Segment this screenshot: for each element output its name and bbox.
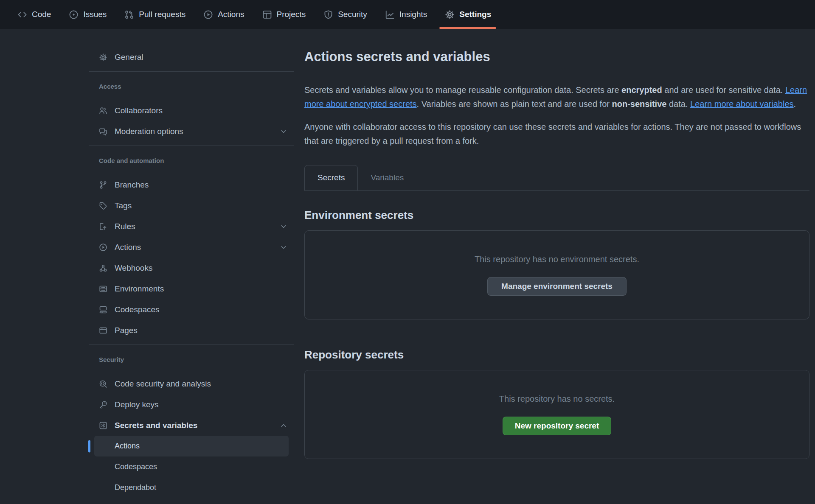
sidebar-item-label: Actions: [115, 243, 141, 252]
nav-tab-projects[interactable]: Projects: [262, 0, 306, 29]
sidebar-item-label: Moderation options: [115, 127, 183, 136]
sidebar-item-label: Deploy keys: [115, 400, 159, 409]
sidebar-subitem-codespaces[interactable]: Codespaces: [94, 456, 289, 477]
sidebar-item-secrets-and-variables[interactable]: Secrets and variables: [89, 415, 294, 436]
git-pull-request-icon: [124, 10, 134, 20]
git-branch-icon: [99, 181, 107, 189]
page-title: Actions secrets and variables: [304, 48, 809, 66]
table-icon: [262, 10, 272, 20]
active-item-indicator: [88, 440, 90, 452]
chevron-down-icon: [279, 127, 288, 136]
text: data.: [666, 99, 690, 109]
sidebar-item-label: Actions: [115, 442, 140, 451]
sidebar-item-deploy-keys[interactable]: Deploy keys: [89, 394, 294, 415]
asterisk-box-icon: [99, 421, 107, 430]
nav-tab-settings[interactable]: Settings: [445, 0, 491, 29]
sidebar-subitem-dependabot[interactable]: Dependabot: [94, 477, 289, 498]
sidebar-item-label: Codespaces: [115, 462, 157, 471]
text: and are used for sensitive data.: [662, 85, 785, 95]
sidebar-item-label: Dependabot: [115, 483, 156, 492]
sidebar-item-label: Rules: [115, 222, 135, 231]
note-paragraph: Anyone with collaborator access to this …: [304, 120, 809, 148]
sidebar-divider: [89, 344, 294, 345]
nav-tab-label: Issues: [83, 10, 107, 19]
sidebar-item-label: Webhooks: [115, 263, 152, 273]
active-tab-underline: [439, 27, 496, 29]
nav-tab-label: Security: [338, 10, 367, 19]
sidebar-item-label: Collaborators: [115, 106, 163, 115]
code-scan-icon: [99, 380, 107, 388]
repository-secrets-empty-box: This repository has no secrets. New repo…: [304, 370, 809, 459]
title-divider: [304, 74, 809, 74]
sidebar-section-security: Security: [89, 353, 294, 365]
tab-variables[interactable]: Variables: [358, 165, 416, 190]
environment-secrets-heading: Environment secrets: [304, 209, 809, 222]
play-icon: [203, 10, 213, 20]
codespaces-icon: [99, 305, 107, 314]
sidebar-item-label: Secrets and variables: [115, 421, 197, 430]
learn-more-link[interactable]: Learn more about variables: [690, 99, 793, 109]
sidebar-item-actions[interactable]: Actions: [89, 237, 294, 258]
environments-icon: [99, 285, 107, 293]
sidebar-subitem-actions[interactable]: Actions: [94, 436, 289, 456]
tag-icon: [99, 202, 107, 210]
code-icon: [17, 10, 27, 20]
sidebar-item-label: Environments: [115, 284, 164, 294]
nav-tab-insights[interactable]: Insights: [385, 0, 427, 29]
nav-tab-security[interactable]: Security: [323, 0, 367, 29]
sidebar-item-code-security-and-analysis[interactable]: Code security and analysis: [89, 373, 294, 394]
webhook-icon: [99, 264, 107, 272]
sidebar-item-tags[interactable]: Tags: [89, 195, 294, 216]
browser-icon: [99, 326, 107, 335]
nav-tab-label: Pull requests: [139, 10, 185, 19]
nav-tab-actions[interactable]: Actions: [203, 0, 244, 29]
repository-secrets-empty-text: This repository has no secrets.: [499, 394, 615, 404]
comment-discussion-icon: [99, 127, 107, 136]
repo-nav: Code Issues Pull requests Actions Projec…: [0, 0, 815, 29]
sidebar-item-label: Code security and analysis: [115, 379, 211, 389]
nav-tab-issues[interactable]: Issues: [69, 0, 107, 29]
text: .: [794, 99, 796, 109]
gear-icon: [99, 53, 107, 62]
sidebar-section-code-and-automation: Code and automation: [89, 154, 294, 166]
settings-sidebar: General Access Collaborators Moderation …: [89, 29, 294, 498]
sidebar-section-access: Access: [89, 80, 294, 92]
sidebar-item-branches[interactable]: Branches: [89, 174, 294, 195]
sidebar-item-webhooks[interactable]: Webhooks: [89, 258, 294, 278]
bold-text: non-sensitive: [612, 99, 667, 109]
text: . Variables are shown as plain text and …: [417, 99, 612, 109]
sidebar-item-label: Tags: [115, 201, 132, 210]
sidebar-item-environments[interactable]: Environments: [89, 278, 294, 299]
secrets-variables-tabnav: Secrets Variables: [304, 165, 809, 191]
sidebar-divider: [89, 71, 294, 72]
sidebar-item-label: Branches: [115, 180, 149, 190]
nav-tab-label: Projects: [277, 10, 306, 19]
play-icon: [99, 243, 107, 252]
chevron-down-icon: [279, 243, 288, 252]
shield-icon: [323, 10, 333, 20]
sidebar-divider: [89, 146, 294, 146]
rules-icon: [99, 222, 107, 231]
sidebar-item-general[interactable]: General: [89, 47, 294, 67]
gear-icon: [445, 10, 455, 20]
text: Secrets and variables allow you to manag…: [304, 85, 621, 95]
nav-tab-label: Code: [32, 10, 51, 19]
intro-paragraph: Secrets and variables allow you to manag…: [304, 83, 809, 111]
new-repository-secret-button[interactable]: New repository secret: [503, 417, 612, 435]
sidebar-item-collaborators[interactable]: Collaborators: [89, 100, 294, 121]
nav-tab-label: Insights: [399, 10, 427, 19]
nav-tab-code[interactable]: Code: [17, 0, 51, 29]
tab-secrets[interactable]: Secrets: [304, 165, 358, 190]
environment-secrets-empty-text: This repository has no environment secre…: [475, 255, 639, 264]
sidebar-item-rules[interactable]: Rules: [89, 216, 294, 237]
manage-environment-secrets-button[interactable]: Manage environment secrets: [487, 277, 627, 296]
sidebar-item-label: General: [115, 53, 143, 62]
nav-tab-pull-requests[interactable]: Pull requests: [124, 0, 185, 29]
bold-text: encrypted: [621, 85, 662, 95]
sidebar-item-pages[interactable]: Pages: [89, 320, 294, 341]
sidebar-item-codespaces[interactable]: Codespaces: [89, 299, 294, 320]
sidebar-item-moderation-options[interactable]: Moderation options: [89, 121, 294, 142]
graph-icon: [385, 10, 395, 20]
repository-secrets-heading: Repository secrets: [304, 348, 809, 361]
sidebar-item-label: Pages: [115, 326, 138, 335]
